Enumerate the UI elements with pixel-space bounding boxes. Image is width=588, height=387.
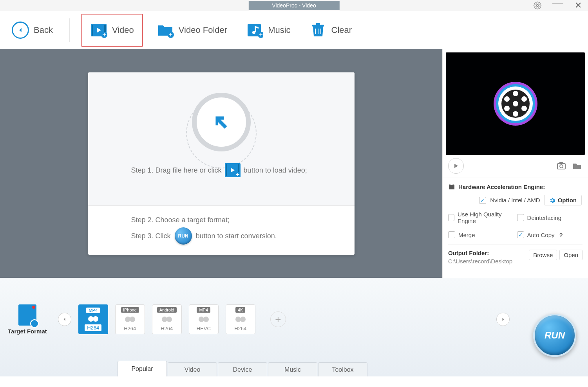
trash-icon xyxy=(309,22,327,38)
svg-rect-29 xyxy=(449,185,454,189)
hw-option-label: Option xyxy=(558,197,577,203)
run-mini-icon: RUN xyxy=(175,227,192,245)
svg-point-34 xyxy=(162,317,167,322)
svg-rect-12 xyxy=(226,164,227,176)
open-folder-icon[interactable] xyxy=(572,161,583,171)
svg-point-20 xyxy=(513,91,518,96)
hardware-accel-panel: Hardware Acceleration Engine: ✓ Nvidia /… xyxy=(443,178,588,270)
hw-title-text: Hardware Acceleration Engine: xyxy=(458,184,545,190)
svg-point-21 xyxy=(521,96,527,102)
step1-text-a: Step 1. Drag file here or click xyxy=(131,166,222,175)
svg-point-38 xyxy=(235,317,241,322)
tab-music[interactable]: Music xyxy=(268,362,317,376)
target-format[interactable]: Target Format xyxy=(8,304,47,335)
format-bot: H264 xyxy=(234,326,246,331)
svg-point-35 xyxy=(166,317,172,322)
autocopy-checkbox[interactable]: ✓ xyxy=(517,231,524,238)
reel-icon xyxy=(235,315,246,323)
run-label: RUN xyxy=(545,330,565,341)
gear-icon[interactable] xyxy=(533,1,542,10)
main-area: Step 1. Drag file here or click button t… xyxy=(0,49,588,278)
minimize-icon[interactable]: — xyxy=(554,0,562,7)
gpu-checkbox[interactable]: ✓ xyxy=(479,197,486,204)
svg-point-22 xyxy=(521,106,527,111)
snapshot-icon[interactable] xyxy=(556,161,567,171)
canvas-area[interactable]: Step 1. Drag file here or click button t… xyxy=(0,49,442,278)
format-card[interactable]: Android H264 xyxy=(152,304,182,334)
svg-point-37 xyxy=(203,317,209,322)
svg-rect-10 xyxy=(316,23,320,25)
tab-toolbox[interactable]: Toolbox xyxy=(318,362,367,376)
play-button[interactable] xyxy=(448,158,464,174)
gear-icon xyxy=(549,197,555,203)
step3-text-b: button to start conversion. xyxy=(196,232,277,240)
autocopy-help-icon[interactable]: ? xyxy=(559,232,563,238)
format-card[interactable]: iPhone H264 xyxy=(115,304,145,334)
app-logo-icon xyxy=(488,76,543,131)
step3-text-a: Step 3. Click xyxy=(131,232,171,240)
browse-button[interactable]: Browse xyxy=(529,250,557,260)
window-title: VideoProc - Video xyxy=(248,1,339,10)
drop-zone[interactable]: Step 1. Drag file here or click button t… xyxy=(88,72,355,205)
hq-label: Use High Quality Engine xyxy=(458,211,514,224)
format-bot: H264 xyxy=(161,326,173,331)
steps-bottom: Step 2. Choose a target format; Step 3. … xyxy=(88,205,355,255)
hw-title: Hardware Acceleration Engine: xyxy=(448,184,583,190)
options-grid: Use High Quality Engine Deinterlacing Me… xyxy=(448,211,583,238)
hw-row: ✓ Nvidia / Intel / AMD Option xyxy=(448,195,583,205)
back-arrow-icon xyxy=(12,22,29,39)
deinterlace-label: Deinterlacing xyxy=(527,214,562,221)
format-card[interactable]: 4K H264 xyxy=(226,304,255,334)
add-format-button[interactable]: + xyxy=(270,311,286,327)
folder-icon xyxy=(157,22,174,38)
gpu-text: Nvidia / Intel / AMD xyxy=(490,197,540,203)
format-top: Android xyxy=(157,307,177,313)
open-button[interactable]: Open xyxy=(559,250,583,260)
tab-device[interactable]: Device xyxy=(218,362,267,376)
format-top: 4K xyxy=(235,307,245,313)
format-top: iPhone xyxy=(121,307,139,313)
reel-icon xyxy=(161,315,172,323)
svg-point-23 xyxy=(513,111,518,117)
svg-point-30 xyxy=(88,316,94,322)
format-bot: HEVC xyxy=(197,326,211,331)
output-path: C:\Users\record\Desktop xyxy=(448,258,526,265)
svg-point-27 xyxy=(560,165,563,168)
close-icon[interactable]: ✕ xyxy=(574,1,583,10)
chip-icon xyxy=(448,184,455,190)
reel-icon xyxy=(88,315,99,323)
svg-point-19 xyxy=(513,101,518,106)
merge-checkbox[interactable] xyxy=(448,231,455,238)
clear-button[interactable]: Clear xyxy=(305,19,357,41)
drop-circle xyxy=(192,93,251,151)
format-card[interactable]: MP4 H264 xyxy=(78,304,108,334)
format-top: MP4 xyxy=(197,307,210,313)
preview-area xyxy=(446,52,585,155)
tab-popular[interactable]: Popular xyxy=(118,361,167,376)
output-row: Output Folder: C:\Users\record\Desktop B… xyxy=(448,245,583,265)
add-video-button[interactable]: Video xyxy=(81,14,143,47)
formats-list: MP4 H264iPhone H264Android H264MP4 HEVC4… xyxy=(78,304,255,334)
tab-video[interactable]: Video xyxy=(168,362,217,376)
reel-icon xyxy=(125,315,136,323)
formats-next-button[interactable] xyxy=(496,313,510,326)
hq-checkbox[interactable] xyxy=(448,214,454,221)
formats-prev-button[interactable] xyxy=(58,313,71,326)
hw-option-button[interactable]: Option xyxy=(544,195,582,205)
add-video-folder-button[interactable]: Video Folder xyxy=(152,19,232,41)
video-icon xyxy=(90,22,107,38)
titlebar: VideoProc - Video — ✕ xyxy=(0,0,588,11)
reel-icon xyxy=(198,315,209,323)
svg-point-31 xyxy=(93,316,98,322)
format-card[interactable]: MP4 HEVC xyxy=(189,304,219,334)
add-music-button[interactable]: Music xyxy=(241,19,295,41)
svg-point-36 xyxy=(199,317,204,322)
back-button[interactable]: Back xyxy=(7,18,58,42)
output-title: Output Folder: xyxy=(448,250,526,256)
svg-rect-2 xyxy=(92,25,93,36)
svg-point-24 xyxy=(504,106,510,111)
deinterlace-checkbox[interactable] xyxy=(517,214,524,221)
format-bot: H264 xyxy=(85,324,101,331)
target-format-label: Target Format xyxy=(8,328,47,335)
run-button[interactable]: RUN xyxy=(533,314,576,357)
